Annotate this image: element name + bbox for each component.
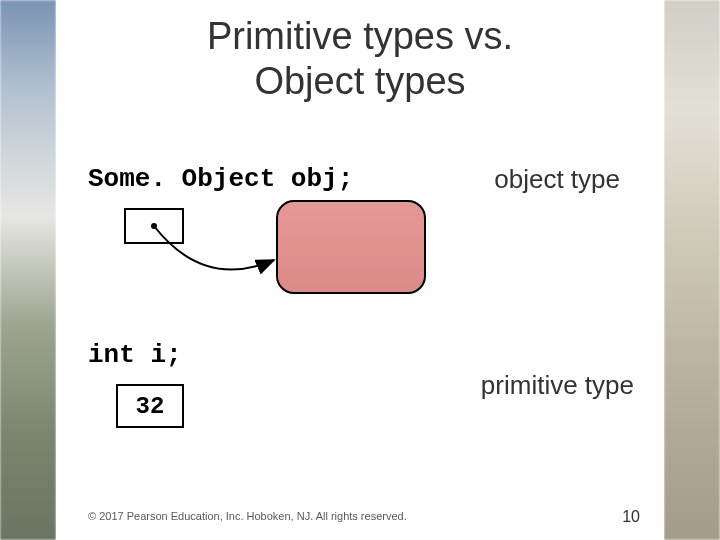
slide-body: Primitive types vs. Object types Some. O…	[56, 0, 664, 540]
reference-arrow-icon	[124, 200, 324, 300]
label-primitive-type: primitive type	[481, 370, 634, 401]
svg-point-1	[151, 223, 157, 229]
code-int-declaration: int i;	[88, 340, 182, 370]
background-left-strip	[0, 0, 56, 540]
copyright-text: © 2017 Pearson Education, Inc. Hoboken, …	[88, 510, 407, 522]
background-right-strip	[664, 0, 720, 540]
code-object-declaration: Some. Object obj;	[88, 164, 353, 194]
page-number: 10	[622, 508, 640, 526]
title-line-1: Primitive types vs.	[207, 15, 513, 57]
primitive-value: 32	[136, 393, 165, 420]
label-object-type: object type	[494, 164, 620, 195]
title-line-2: Object types	[254, 60, 465, 102]
slide-title: Primitive types vs. Object types	[56, 14, 664, 104]
primitive-variable-box: 32	[116, 384, 184, 428]
